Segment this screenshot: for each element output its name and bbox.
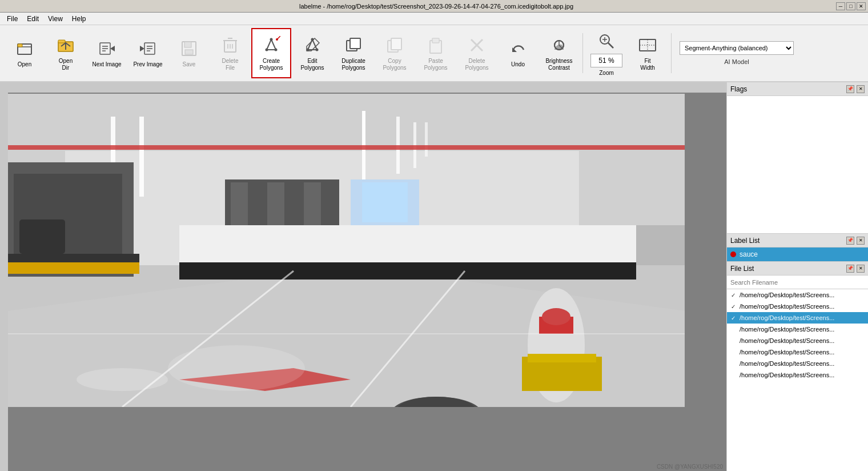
- svg-point-25: [266, 49, 268, 51]
- svg-rect-17: [185, 50, 193, 54]
- duplicate-polygons-button[interactable]: DuplicatePolygons: [333, 28, 373, 78]
- undo-button[interactable]: Undo: [498, 28, 538, 78]
- file-item-3[interactable]: /home/rog/Desktop/test/Screens...: [727, 324, 868, 335]
- save-icon: [179, 38, 199, 59]
- duplicate-polygons-icon: [343, 35, 364, 55]
- toolbar-separator-2: [671, 33, 672, 73]
- menu-view[interactable]: View: [43, 14, 67, 24]
- prev-image-icon: [138, 38, 158, 59]
- label-list-pin-button[interactable]: 📌: [846, 237, 854, 245]
- label-list-section: Label List 📌 ✕ sauce: [727, 234, 868, 262]
- svg-line-46: [608, 43, 613, 48]
- file-item-6[interactable]: /home/rog/Desktop/test/Screens...: [727, 358, 868, 369]
- file-item-0[interactable]: ✓ /home/rog/Desktop/test/Screens...: [727, 289, 868, 301]
- delete-polygons-label: DeletePolygons: [465, 58, 488, 71]
- open-dir-label: OpenDir: [59, 58, 73, 71]
- paste-polygons-button[interactable]: PastePolygons: [416, 28, 456, 78]
- minimize-button[interactable]: ─: [836, 2, 845, 10]
- image-container: [8, 94, 726, 471]
- delete-file-button[interactable]: DeleteFile: [210, 28, 250, 78]
- file-search-input[interactable]: [727, 276, 868, 289]
- file-check-1: ✓: [729, 304, 737, 310]
- toolbar-separator: [582, 33, 583, 73]
- next-image-label: Next Image: [92, 61, 121, 68]
- close-button[interactable]: ✕: [857, 2, 866, 10]
- fit-width-icon: [637, 35, 658, 55]
- file-item-4[interactable]: /home/rog/Desktop/test/Screens...: [727, 335, 868, 346]
- delete-polygons-button[interactable]: DeletePolygons: [457, 28, 497, 78]
- file-item-2[interactable]: ✓ /home/rog/Desktop/test/Screens...: [727, 312, 868, 324]
- file-item-7[interactable]: /home/rog/Desktop/test/Screens...: [727, 369, 868, 381]
- svg-rect-16: [184, 42, 191, 47]
- file-search[interactable]: [727, 276, 868, 289]
- watermark: CSDN @YANGXUSHI520: [657, 464, 723, 470]
- create-polygons-icon: [261, 35, 282, 55]
- label-list-close-button[interactable]: ✕: [857, 237, 865, 245]
- svg-rect-76: [179, 262, 636, 280]
- file-list: ✓ /home/rog/Desktop/test/Screens... ✓ /h…: [727, 289, 868, 471]
- flags-pin-button[interactable]: 📌: [846, 85, 854, 93]
- ai-model-select[interactable]: Segment-Anything (balanced) Segment-Anyt…: [680, 41, 794, 55]
- fit-width-label: FitWidth: [640, 58, 655, 71]
- open-button[interactable]: Open: [5, 28, 45, 78]
- copy-polygons-label: CopyPolygons: [383, 58, 406, 71]
- file-name-0: /home/rog/Desktop/test/Screens...: [740, 292, 834, 298]
- svg-point-89: [77, 368, 168, 391]
- create-polygons-button[interactable]: CreatePolygons: [251, 28, 291, 78]
- flags-header-icons: 📌 ✕: [846, 85, 865, 93]
- open-icon: [14, 38, 35, 59]
- menu-file[interactable]: File: [2, 14, 22, 24]
- edit-polygons-button[interactable]: EditPolygons: [292, 28, 332, 78]
- svg-point-33: [316, 49, 319, 51]
- label-item-sauce[interactable]: sauce: [727, 248, 868, 261]
- file-item-5[interactable]: /home/rog/Desktop/test/Screens...: [727, 346, 868, 358]
- svg-rect-90: [8, 145, 685, 150]
- delete-file-label: DeleteFile: [222, 58, 239, 71]
- fit-width-button[interactable]: FitWidth: [628, 28, 668, 78]
- menu-edit[interactable]: Edit: [22, 14, 43, 24]
- svg-rect-81: [528, 354, 596, 362]
- duplicate-polygons-label: DuplicatePolygons: [341, 58, 365, 71]
- main-image: [8, 94, 685, 407]
- file-check-2: ✓: [729, 315, 737, 321]
- brightness-contrast-button[interactable]: BrightnessContrast: [539, 28, 579, 78]
- file-check-0: ✓: [729, 292, 737, 298]
- undo-icon: [508, 38, 528, 59]
- next-image-button[interactable]: Next Image: [87, 28, 127, 78]
- menu-help[interactable]: Help: [67, 14, 91, 24]
- window-controls: ─ □ ✕: [836, 2, 866, 10]
- brightness-contrast-label: BrightnessContrast: [545, 58, 572, 71]
- file-name-7: /home/rog/Desktop/test/Screens...: [740, 372, 834, 378]
- flags-close-button[interactable]: ✕: [857, 85, 865, 93]
- zoom-display[interactable]: 51 %: [590, 54, 622, 67]
- svg-rect-3: [58, 40, 65, 43]
- svg-rect-67: [8, 254, 139, 262]
- file-name-5: /home/rog/Desktop/test/Screens...: [740, 349, 834, 356]
- file-item-1[interactable]: ✓ /home/rog/Desktop/test/Screens...: [727, 301, 868, 312]
- maximize-button[interactable]: □: [846, 2, 855, 10]
- prev-image-label: Prev Image: [133, 61, 162, 68]
- save-button[interactable]: Save: [169, 28, 209, 78]
- copy-polygons-button[interactable]: CopyPolygons: [375, 28, 415, 78]
- delete-polygons-icon: [467, 35, 487, 55]
- edit-polygons-label: EditPolygons: [300, 58, 324, 71]
- zoom-label: Zoom: [599, 70, 614, 76]
- zoom-icon: [596, 31, 617, 51]
- canvas-area[interactable]: CSDN @YANGXUSHI520: [0, 82, 726, 471]
- file-list-pin-button[interactable]: 📌: [846, 265, 854, 273]
- file-list-close-button[interactable]: ✕: [857, 265, 865, 273]
- file-name-6: /home/rog/Desktop/test/Screens...: [740, 360, 834, 367]
- file-name-2: /home/rog/Desktop/test/Screens...: [740, 314, 834, 321]
- svg-point-88: [168, 345, 305, 391]
- title-bar: labelme - /home/rog/Desktop/test/Screens…: [0, 0, 868, 13]
- open-dir-button[interactable]: OpenDir: [46, 28, 86, 78]
- prev-image-button[interactable]: Prev Image: [128, 28, 168, 78]
- svg-marker-24: [267, 39, 276, 50]
- label-list-header: Label List 📌 ✕: [727, 234, 868, 248]
- flags-header: Flags 📌 ✕: [727, 82, 868, 96]
- svg-marker-14: [140, 46, 144, 51]
- ai-model-label: AI Model: [724, 58, 749, 65]
- left-ruler: [0, 82, 8, 471]
- zoom-control: 51 % Zoom: [586, 28, 626, 78]
- right-panel: Flags 📌 ✕ Label List 📌 ✕ sauce: [726, 82, 868, 471]
